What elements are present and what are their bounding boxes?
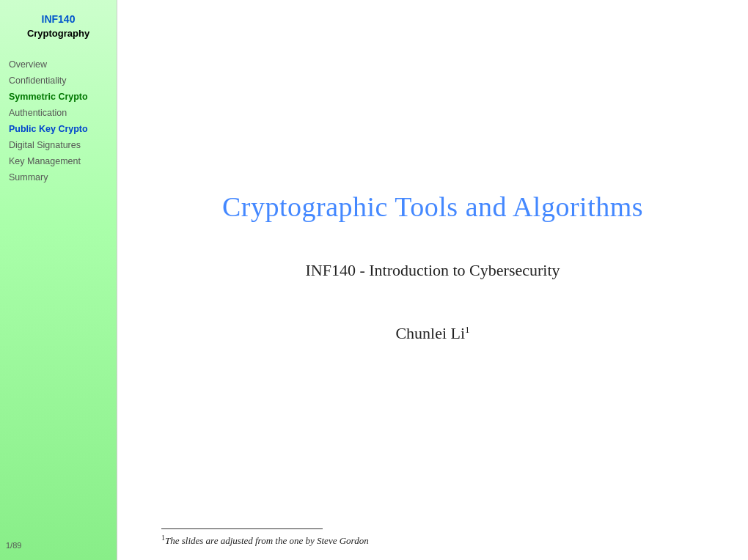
main-content-area: Cryptographic Tools and Algorithms INF14… [117, 0, 748, 560]
sidebar-item-summary[interactable]: Summary [0, 169, 117, 185]
sidebar-item-digital-signatures[interactable]: Digital Signatures [0, 137, 117, 153]
sidebar: INF140 Cryptography Overview Confidentia… [0, 0, 117, 560]
slide-author: Chunlei Li1 [395, 324, 469, 343]
footnote: 1The slides are adjusted from the one by… [161, 534, 704, 547]
footnote-content: The slides are adjusted from the one by … [165, 535, 369, 546]
sidebar-item-key-management[interactable]: Key Management [0, 153, 117, 169]
sidebar-item-symmetric-crypto[interactable]: Symmetric Crypto [0, 89, 117, 105]
slide-footer: 1The slides are adjusted from the one by… [117, 520, 748, 560]
sidebar-item-public-key-crypto[interactable]: Public Key Crypto [0, 121, 117, 137]
slide-body: Cryptographic Tools and Algorithms INF14… [117, 0, 748, 520]
course-title[interactable]: INF140 [0, 13, 117, 25]
author-name: Chunlei Li [395, 324, 465, 342]
slide-title: Cryptographic Tools and Algorithms [222, 191, 643, 224]
author-superscript: 1 [465, 324, 470, 335]
sidebar-item-confidentiality[interactable]: Confidentiality [0, 73, 117, 89]
page-number: 1/89 [6, 541, 21, 550]
section-title: Cryptography [0, 28, 117, 39]
footnote-divider [161, 528, 323, 529]
sidebar-item-overview[interactable]: Overview [0, 56, 117, 73]
sidebar-nav: Overview Confidentiality Symmetric Crypt… [0, 56, 117, 185]
sidebar-header: INF140 Cryptography [0, 13, 117, 49]
slide-subtitle: INF140 - Introduction to Cybersecurity [305, 261, 560, 280]
sidebar-item-authentication[interactable]: Authentication [0, 105, 117, 121]
